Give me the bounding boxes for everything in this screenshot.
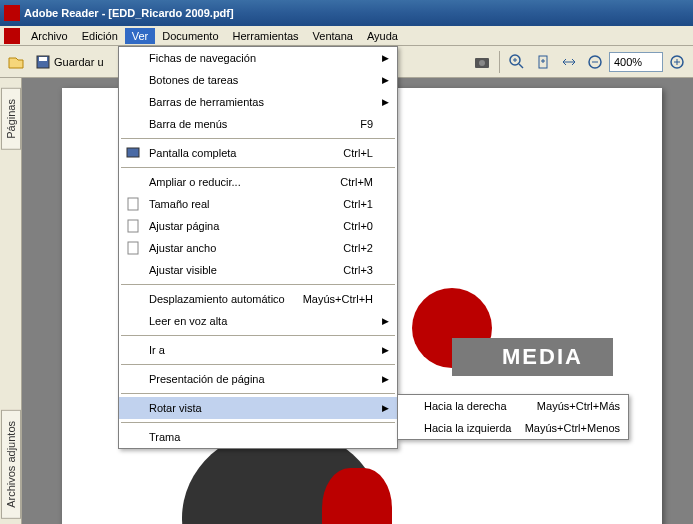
page-icon <box>125 218 141 234</box>
menu-trama[interactable]: Trama <box>119 426 397 448</box>
sidebar-tabs: Páginas Archivos adjuntos <box>0 78 22 524</box>
zoom-in-icon <box>509 54 525 70</box>
menu-ver[interactable]: Ver <box>125 28 156 44</box>
zoom-out-icon <box>587 54 603 70</box>
titlebar-text: Adobe Reader - [EDD_Ricardo 2009.pdf] <box>24 7 234 19</box>
menu-pantalla-completa[interactable]: Pantalla completaCtrl+L <box>119 142 397 164</box>
zoom-value: 400% <box>614 56 642 68</box>
width-icon <box>561 55 577 69</box>
menu-barra-menus[interactable]: Barra de menúsF9 <box>119 113 397 135</box>
menu-presentacion-pagina[interactable]: Presentación de página▶ <box>119 368 397 390</box>
tab-adjuntos[interactable]: Archivos adjuntos <box>1 410 21 519</box>
submenu-arrow-icon: ▶ <box>382 53 389 63</box>
menu-ayuda[interactable]: Ayuda <box>360 28 405 44</box>
app-icon <box>4 5 20 21</box>
zoom-out-button[interactable] <box>583 50 607 74</box>
submenu-arrow-icon: ▶ <box>382 75 389 85</box>
menubar: Archivo Edición Ver Documento Herramient… <box>0 26 693 46</box>
menu-tamano-real[interactable]: Tamaño realCtrl+1 <box>119 193 397 215</box>
menu-archivo[interactable]: Archivo <box>24 28 75 44</box>
zoom-input[interactable]: 400% <box>609 52 663 72</box>
screen-icon <box>125 145 141 161</box>
fit-width-button[interactable] <box>557 50 581 74</box>
menu-botones-tareas[interactable]: Botones de tareas▶ <box>119 69 397 91</box>
menu-rotar-derecha[interactable]: Hacia la derechaMayús+Ctrl+Más <box>398 395 628 417</box>
menu-separator <box>121 364 395 365</box>
menu-rotar-vista[interactable]: Rotar vista▶ <box>119 397 397 419</box>
plus-icon <box>669 54 685 70</box>
menu-separator <box>121 167 395 168</box>
ver-menu-dropdown: Fichas de navegación▶ Botones de tareas▶… <box>118 46 398 449</box>
submenu-arrow-icon: ▶ <box>382 374 389 384</box>
menu-desplazamiento-auto[interactable]: Desplazamiento automáticoMayús+Ctrl+H <box>119 288 397 310</box>
svg-rect-10 <box>128 220 138 232</box>
menu-rotar-izquierda[interactable]: Hacia la izquierdaMayús+Ctrl+Menos <box>398 417 628 439</box>
menu-separator <box>121 138 395 139</box>
menu-ajustar-ancho[interactable]: Ajustar anchoCtrl+2 <box>119 237 397 259</box>
submenu-arrow-icon: ▶ <box>382 403 389 413</box>
svg-point-3 <box>479 60 485 66</box>
menu-edicion[interactable]: Edición <box>75 28 125 44</box>
titlebar: Adobe Reader - [EDD_Ricardo 2009.pdf] <box>0 0 693 26</box>
menu-separator <box>121 393 395 394</box>
menu-leer-voz-alta[interactable]: Leer en voz alta▶ <box>119 310 397 332</box>
menu-ajustar-visible[interactable]: Ajustar visibleCtrl+3 <box>119 259 397 281</box>
save-button[interactable]: Guardar u <box>30 50 109 74</box>
toolbar-separator <box>499 51 500 73</box>
zoom-in-button[interactable] <box>505 50 529 74</box>
submenu-arrow-icon: ▶ <box>382 316 389 326</box>
menu-ir-a[interactable]: Ir a▶ <box>119 339 397 361</box>
submenu-arrow-icon: ▶ <box>382 97 389 107</box>
page-icon <box>125 196 141 212</box>
svg-rect-1 <box>39 57 47 61</box>
rotar-submenu: Hacia la derechaMayús+Ctrl+Más Hacia la … <box>397 394 629 440</box>
page-icon <box>536 54 550 70</box>
menu-ampliar-reducir[interactable]: Ampliar o reducir...Ctrl+M <box>119 171 397 193</box>
menu-barras-herramientas[interactable]: Barras de herramientas▶ <box>119 91 397 113</box>
submenu-arrow-icon: ▶ <box>382 345 389 355</box>
open-button[interactable] <box>4 50 28 74</box>
camera-icon <box>474 55 490 69</box>
page-icon <box>125 240 141 256</box>
menu-separator <box>121 335 395 336</box>
decorative-shape <box>322 468 392 524</box>
svg-rect-9 <box>128 198 138 210</box>
save-label: Guardar u <box>54 56 104 68</box>
camera-button[interactable] <box>470 50 494 74</box>
zoom-in2-button[interactable] <box>665 50 689 74</box>
svg-rect-11 <box>128 242 138 254</box>
media-badge: MEDIA <box>452 338 613 376</box>
menu-documento[interactable]: Documento <box>155 28 225 44</box>
svg-rect-8 <box>127 148 139 157</box>
menu-separator <box>121 284 395 285</box>
menu-ajustar-pagina[interactable]: Ajustar páginaCtrl+0 <box>119 215 397 237</box>
menu-herramientas[interactable]: Herramientas <box>226 28 306 44</box>
menu-fichas-navegacion[interactable]: Fichas de navegación▶ <box>119 47 397 69</box>
menu-separator <box>121 422 395 423</box>
tab-paginas[interactable]: Páginas <box>1 88 21 150</box>
disk-icon <box>35 54 51 70</box>
menu-ventana[interactable]: Ventana <box>306 28 360 44</box>
fit-page-button[interactable] <box>531 50 555 74</box>
doc-icon <box>4 28 20 44</box>
